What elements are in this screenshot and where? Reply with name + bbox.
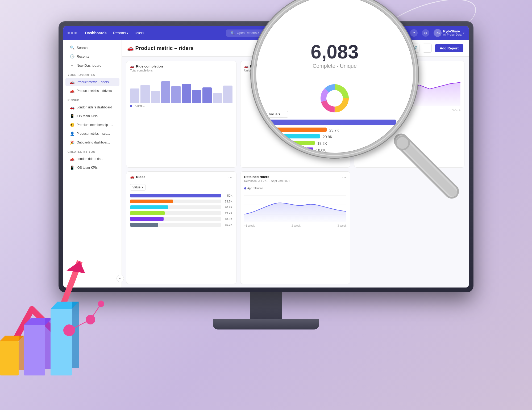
clock-icon: 🕐 xyxy=(70,54,74,58)
card-header-rides-completes: 🚗 Rides completes Unique, Last 30 days ⋯ xyxy=(240,61,350,74)
sidebar-item-cby-london[interactable]: 🚗 London riders da... xyxy=(65,155,119,163)
search-icon: 🔍 xyxy=(70,45,74,50)
card-new-rewards-users: New rewards users Unique, last 30 days ⋯… xyxy=(354,61,464,168)
monitor-stand-base xyxy=(213,319,319,329)
nav-users[interactable]: Users xyxy=(135,31,144,35)
svg-rect-15 xyxy=(19,336,24,370)
more-options-button[interactable]: ··· xyxy=(423,44,432,53)
value-dropdown[interactable]: Value ▾ xyxy=(130,184,146,191)
svg-text:Unique: Unique xyxy=(292,95,299,98)
help-icon: ? xyxy=(413,31,415,35)
collapse-icon: ← xyxy=(119,277,122,280)
monitor-stand-neck xyxy=(250,292,282,319)
user-chevron-icon: ▾ xyxy=(463,32,464,35)
settings-icon-btn[interactable]: ⚙ xyxy=(422,29,429,37)
card-body-new-rewards: Rewards sign up – Unique xyxy=(354,74,464,167)
sidebar-item-cby-ios[interactable]: 📱 iOS team KPIs xyxy=(65,163,119,172)
sidebar-item-ios-kpis[interactable]: 📱 iOS team KPIs xyxy=(65,112,119,120)
dashboard-title: 🚗 Product metric – riders xyxy=(127,45,194,51)
sidebar-new-dashboard[interactable]: ＋ New Dashboard xyxy=(65,61,119,70)
dashboard-area: 🚗 Product metric – riders ⚡ Filter Share xyxy=(122,40,469,288)
card-subtitle: Total completions xyxy=(130,69,163,72)
settings-icon: ⚙ xyxy=(424,31,427,35)
help-icon-btn[interactable]: ? xyxy=(410,29,418,37)
database-icon-btn[interactable]: ⊟ xyxy=(398,29,406,37)
card-body-ride-completion: Comp... xyxy=(126,74,236,167)
nav-center: 🔍 Open Reports & Dashboards ⌘K xyxy=(151,29,392,37)
sidebar-item-london-riders[interactable]: 🚗 London riders dashboard xyxy=(65,103,119,112)
filter-button[interactable]: ⚡ Filter xyxy=(353,44,375,52)
pie-chart: 6,083 Complete Unique xyxy=(281,78,310,107)
area-chart xyxy=(358,80,460,106)
sidebar-item-premium[interactable]: 😊 Premium membership L... xyxy=(65,121,119,129)
chevron-down-icon: ▾ xyxy=(127,32,128,35)
nav-right: ⊟ ? ⚙ RS RydeShare All Projec xyxy=(398,29,464,37)
bar-row-6: 15.7K xyxy=(130,223,232,227)
card-menu-button[interactable]: ⋯ xyxy=(342,175,346,180)
monitor-shell: Dashboards Reports ▾ Users 🔍 Open Report… xyxy=(59,21,473,340)
sidebar-collapse-button[interactable]: ← xyxy=(117,275,122,282)
card-header-new-rewards: New rewards users Unique, last 30 days ⋯ xyxy=(354,61,464,74)
card-menu-button[interactable]: ⋯ xyxy=(342,64,346,69)
card-title: 🚗 Rides xyxy=(130,175,145,179)
window-dots xyxy=(68,32,77,34)
svg-rect-13 xyxy=(0,341,19,375)
svg-text:6,083: 6,083 xyxy=(291,88,299,92)
sidebar-item-product-metric-riders[interactable]: 🚗 Product metric – riders xyxy=(65,78,119,86)
share-button[interactable]: Share xyxy=(378,44,395,52)
card-title: New rewards users xyxy=(358,64,390,68)
card-retained-riders: Retained riders Retention, Jul 27... · S… xyxy=(240,171,351,284)
line-chart xyxy=(244,190,347,222)
svg-marker-17 xyxy=(24,318,52,325)
cards-grid: 🚗 Ride completion Total completions ⋯ xyxy=(122,57,469,288)
nav-reports[interactable]: Reports ▾ xyxy=(113,31,128,35)
card-menu-button[interactable]: ⋯ xyxy=(456,64,460,69)
bar-row-3: 20.9K xyxy=(130,205,232,209)
card-menu-button[interactable]: ⋯ xyxy=(228,175,232,180)
bar-row-2: 23.7K xyxy=(130,200,232,203)
heart-icon: ♥ xyxy=(401,46,404,50)
user-badge[interactable]: RS RydeShare All Project Data ▾ xyxy=(434,29,464,37)
bar-chart xyxy=(130,76,232,103)
ellipsis-icon: ··· xyxy=(426,46,429,50)
card-subtitle: Retention, Jul 27... · Sept 2nd 2021 xyxy=(244,179,290,183)
bar-row-5: 18.6K xyxy=(130,217,232,221)
plus-icon: ＋ xyxy=(70,63,74,68)
card-header-rides-hbars: 🚗 Rides ⋯ xyxy=(126,172,236,182)
top-nav: Dashboards Reports ▾ Users 🔍 Open Report… xyxy=(63,26,469,40)
header-actions: ⚡ Filter Share ♥ 🔗 xyxy=(353,44,463,53)
global-search[interactable]: 🔍 Open Reports & Dashboards ⌘K xyxy=(226,29,317,37)
nav-dashboards[interactable]: Dashboards xyxy=(85,31,107,35)
card-body-retained: App retention xyxy=(240,185,350,284)
card-subtitle: Unique, last 30 days xyxy=(358,69,390,72)
svg-marker-14 xyxy=(0,336,24,341)
bar-row-1: 50K xyxy=(130,194,232,197)
card-menu-button[interactable]: ⋯ xyxy=(228,64,232,69)
favorite-button[interactable]: ♥ xyxy=(398,44,407,53)
card-title: Retained riders xyxy=(244,175,290,179)
pinned-section-title: Pinned xyxy=(63,95,122,103)
link-button[interactable]: 🔗 xyxy=(410,44,419,53)
sidebar: 🔍 Search 🕐 Recents ＋ New Dashboard Your … xyxy=(63,40,122,288)
dashboard-header: 🚗 Product metric – riders ⚡ Filter Share xyxy=(122,40,469,57)
legend-dot xyxy=(358,77,360,79)
filter-icon: ⚡ xyxy=(357,46,361,50)
database-icon: ⊟ xyxy=(401,31,404,35)
card-title: 🚗 Rides completes xyxy=(244,64,277,68)
add-report-button[interactable]: Add Report xyxy=(435,44,463,52)
search-icon: 🔍 xyxy=(230,31,235,35)
svg-point-5 xyxy=(287,84,303,100)
dot-3 xyxy=(74,32,77,34)
sidebar-item-product-metrics-drivers[interactable]: 🚗 Product metrics – drivers xyxy=(65,87,119,95)
sidebar-search[interactable]: 🔍 Search xyxy=(65,43,119,52)
created-by-you-section-title: Created By You xyxy=(63,147,122,154)
dot-2 xyxy=(71,32,73,34)
card-ride-completion: 🚗 Ride completion Total completions ⋯ xyxy=(126,61,236,168)
card-rides-hbars: 🚗 Rides ⋯ Value ▾ xyxy=(126,171,236,284)
link-icon: 🔗 xyxy=(413,46,417,50)
card-subtitle: Unique, Last 30 days xyxy=(244,69,277,72)
sidebar-item-product-sco[interactable]: 👤 Product metrics – sco... xyxy=(65,129,119,138)
card-body-rides-completes: 6,083 Complete Unique xyxy=(240,74,350,167)
sidebar-item-onboarding[interactable]: 🎉 Onboarding dashboar... xyxy=(65,138,119,147)
sidebar-recents[interactable]: 🕐 Recents xyxy=(65,52,119,61)
